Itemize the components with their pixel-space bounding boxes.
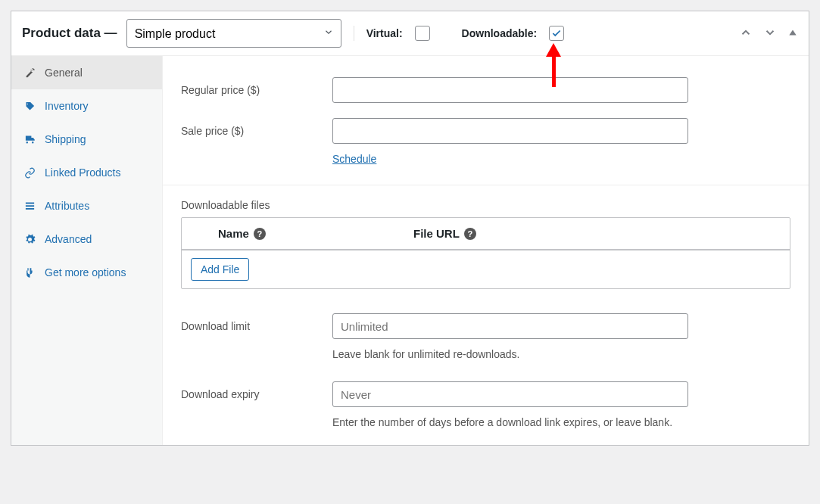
download-limit-help: Leave blank for unlimited re-downloads. bbox=[163, 344, 809, 360]
panel-controls bbox=[739, 26, 798, 42]
gear-icon bbox=[23, 234, 36, 245]
download-expiry-help: Enter the number of days before a downlo… bbox=[163, 412, 809, 428]
col-url-label: File URL bbox=[413, 227, 460, 240]
download-expiry-row: Download expiry bbox=[163, 374, 809, 415]
separator bbox=[354, 26, 354, 41]
svg-marker-0 bbox=[789, 30, 796, 35]
virtual-label: Virtual: bbox=[366, 27, 403, 39]
schedule-link[interactable]: Schedule bbox=[332, 153, 376, 165]
collapse-icon[interactable] bbox=[787, 27, 798, 40]
regular-price-label: Regular price ($) bbox=[181, 84, 332, 96]
virtual-checkbox[interactable] bbox=[415, 26, 430, 41]
downloadable-label: Downloadable: bbox=[462, 27, 538, 39]
help-icon[interactable]: ? bbox=[464, 228, 476, 240]
sidebar-item-linked[interactable]: Linked Products bbox=[11, 156, 162, 189]
link-icon bbox=[23, 167, 36, 179]
download-limit-input[interactable] bbox=[332, 313, 688, 339]
sidebar-item-more[interactable]: Get more options bbox=[11, 256, 162, 289]
sidebar-item-label: General bbox=[45, 67, 83, 79]
move-up-icon[interactable] bbox=[739, 26, 753, 42]
sidebar-item-label: Linked Products bbox=[45, 166, 120, 179]
sidebar-item-shipping[interactable]: Shipping bbox=[11, 123, 162, 156]
table-header: Name ? File URL ? bbox=[182, 218, 790, 250]
sale-price-row: Sale price ($) bbox=[163, 110, 809, 151]
sidebar-item-label: Get more options bbox=[45, 266, 126, 278]
regular-price-row: Regular price ($) bbox=[163, 70, 809, 110]
add-file-button[interactable]: Add File bbox=[191, 258, 249, 281]
download-limit-row: Download limit bbox=[163, 306, 809, 347]
panel-body: General Inventory Shipping Linked Produc… bbox=[11, 55, 809, 445]
downloadable-checkbox[interactable] bbox=[549, 26, 564, 41]
download-expiry-label: Download expiry bbox=[181, 388, 332, 400]
panel-title: Product data — bbox=[22, 26, 117, 41]
help-icon[interactable]: ? bbox=[254, 228, 266, 240]
list-icon bbox=[23, 201, 36, 212]
sidebar-item-inventory[interactable]: Inventory bbox=[11, 89, 162, 123]
sidebar-item-label: Advanced bbox=[45, 233, 92, 245]
downloadable-files-label: Downloadable files bbox=[163, 199, 809, 217]
svg-rect-1 bbox=[25, 202, 33, 204]
downloadable-files-table: Name ? File URL ? Add File bbox=[181, 217, 790, 289]
move-down-icon[interactable] bbox=[763, 26, 777, 42]
regular-price-input[interactable] bbox=[332, 77, 688, 103]
tag-icon bbox=[23, 101, 36, 112]
sidebar-item-label: Shipping bbox=[45, 133, 86, 145]
sidebar-item-advanced[interactable]: Advanced bbox=[11, 222, 162, 256]
truck-icon bbox=[23, 134, 36, 145]
sidebar-item-general[interactable]: General bbox=[11, 56, 162, 89]
product-type-select[interactable]: Simple product bbox=[126, 19, 341, 48]
svg-rect-3 bbox=[25, 208, 33, 210]
sale-price-input[interactable] bbox=[332, 118, 688, 144]
download-expiry-input[interactable] bbox=[332, 381, 688, 407]
sidebar: General Inventory Shipping Linked Produc… bbox=[11, 56, 163, 445]
sidebar-item-label: Inventory bbox=[45, 100, 89, 112]
sale-price-label: Sale price ($) bbox=[181, 125, 332, 137]
sidebar-item-attributes[interactable]: Attributes bbox=[11, 189, 162, 222]
panel-header: Product data — Simple product Virtual: D… bbox=[11, 11, 809, 55]
col-name-label: Name bbox=[218, 227, 249, 240]
svg-rect-2 bbox=[25, 205, 33, 207]
plug-icon bbox=[23, 267, 36, 278]
product-data-panel: Product data — Simple product Virtual: D… bbox=[11, 11, 809, 446]
download-limit-label: Download limit bbox=[181, 320, 332, 332]
wrench-icon bbox=[23, 67, 36, 79]
sidebar-item-label: Attributes bbox=[45, 200, 89, 212]
content-area: Regular price ($) Sale price ($) Schedul… bbox=[163, 56, 809, 445]
